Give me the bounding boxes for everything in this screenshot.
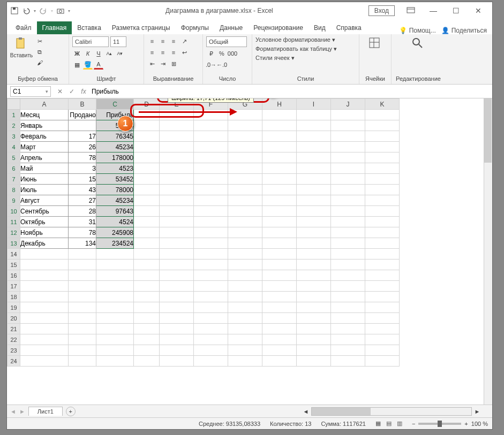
cell-K8[interactable] — [365, 185, 400, 195]
format-as-table-button[interactable]: Форматировать как таблицу ▾ — [255, 45, 337, 52]
zoom-out[interactable]: − — [412, 421, 415, 427]
cell-C5[interactable]: 178000 — [96, 152, 134, 163]
cell-D9[interactable] — [134, 195, 160, 206]
add-sheet-button[interactable]: + — [66, 407, 76, 416]
cell-B1[interactable]: Продано — [69, 110, 96, 120]
wrap-text-icon[interactable]: ↩ — [179, 48, 189, 57]
confirm-icon[interactable]: ✓ — [66, 86, 78, 97]
cell-J2[interactable] — [331, 120, 365, 131]
cell-K9[interactable] — [365, 195, 400, 206]
col-header-K[interactable]: K — [365, 99, 400, 110]
cell-G7[interactable] — [228, 174, 262, 185]
italic-button[interactable]: К — [83, 49, 93, 58]
cell-K6[interactable] — [365, 163, 400, 174]
cell-B9[interactable]: 27 — [69, 195, 96, 206]
cell-B3[interactable]: 17 — [69, 131, 96, 142]
cell-C7[interactable]: 53452 — [96, 174, 134, 185]
orientation-icon[interactable]: ↗ — [179, 36, 189, 46]
cell-E9[interactable] — [160, 195, 194, 206]
cell-C22[interactable] — [96, 334, 134, 345]
cell-H11[interactable] — [262, 217, 297, 227]
cell-J8[interactable] — [331, 185, 365, 195]
cell-I24[interactable] — [297, 356, 331, 367]
cell-A14[interactable] — [20, 249, 69, 260]
select-all-corner[interactable] — [7, 99, 20, 110]
cell-K17[interactable] — [365, 281, 400, 292]
cell-J4[interactable] — [331, 142, 365, 152]
row-header-6[interactable]: 6 — [7, 163, 20, 174]
row-header-2[interactable]: 2 — [7, 120, 20, 131]
cell-J20[interactable] — [331, 313, 365, 324]
cell-A5[interactable]: Апрель — [20, 152, 69, 163]
row-header-13[interactable]: 13 — [7, 238, 20, 249]
cell-H6[interactable] — [262, 163, 297, 174]
cell-E6[interactable] — [160, 163, 194, 174]
cell-G14[interactable] — [228, 249, 262, 260]
cell-K13[interactable] — [365, 238, 400, 249]
horizontal-scrollbar[interactable] — [311, 407, 472, 416]
cell-G17[interactable] — [228, 281, 262, 292]
cell-E12[interactable] — [160, 227, 194, 238]
cell-K5[interactable] — [365, 152, 400, 163]
cell-D17[interactable] — [134, 281, 160, 292]
cell-C13[interactable]: 234524 — [96, 238, 134, 249]
font-color-button[interactable]: A — [94, 60, 103, 70]
cell-F16[interactable] — [194, 270, 228, 281]
cell-G22[interactable] — [228, 334, 262, 345]
maximize-button[interactable]: ☐ — [445, 3, 467, 18]
cell-F15[interactable] — [194, 260, 228, 270]
cell-E4[interactable] — [160, 142, 194, 152]
view-pagebreak-icon[interactable]: ▥ — [397, 420, 402, 427]
cell-K16[interactable] — [365, 270, 400, 281]
cell-K3[interactable] — [365, 131, 400, 142]
cell-G16[interactable] — [228, 270, 262, 281]
ribbon-mode-icon[interactable] — [400, 3, 422, 18]
cell-D21[interactable] — [134, 324, 160, 334]
cell-K14[interactable] — [365, 249, 400, 260]
editing-button[interactable] — [407, 36, 430, 51]
cell-H17[interactable] — [262, 281, 297, 292]
cell-D14[interactable] — [134, 249, 160, 260]
row-header-10[interactable]: 10 — [7, 206, 20, 217]
cell-F24[interactable] — [194, 356, 228, 367]
cell-H8[interactable] — [262, 185, 297, 195]
fill-color-button[interactable]: 🪣 — [83, 60, 93, 70]
login-button[interactable]: Вход — [368, 5, 395, 16]
row-header-5[interactable]: 5 — [7, 152, 20, 163]
cell-B6[interactable]: 3 — [69, 163, 96, 174]
cell-B16[interactable] — [69, 270, 96, 281]
cell-B14[interactable] — [69, 249, 96, 260]
bold-button[interactable]: Ж — [72, 49, 82, 58]
view-normal-icon[interactable]: ▦ — [375, 420, 381, 427]
cell-K19[interactable] — [365, 302, 400, 313]
vertical-scrollbar[interactable] — [484, 98, 492, 405]
cell-G18[interactable] — [228, 292, 262, 302]
copy-icon[interactable]: ⧉ — [35, 47, 44, 57]
row-header-15[interactable]: 15 — [7, 260, 20, 270]
cell-C14[interactable] — [96, 249, 134, 260]
cell-F13[interactable] — [194, 238, 228, 249]
align-bottom-icon[interactable]: ≡ — [169, 36, 178, 46]
cell-D3[interactable] — [134, 131, 160, 142]
cell-K24[interactable] — [365, 356, 400, 367]
cell-A20[interactable] — [20, 313, 69, 324]
zoom-slider[interactable] — [418, 423, 461, 425]
cell-A8[interactable]: Июль — [20, 185, 69, 195]
col-header-J[interactable]: J — [331, 99, 365, 110]
spreadsheet-grid[interactable]: ABCDEFGHIJK1МесяцПроданоПрибыль2Январь54… — [7, 98, 492, 405]
minimize-button[interactable]: — — [423, 3, 444, 18]
cell-D18[interactable] — [134, 292, 160, 302]
inc-decimal-icon[interactable]: .0→ — [206, 60, 216, 70]
cell-B22[interactable] — [69, 334, 96, 345]
cell-G9[interactable] — [228, 195, 262, 206]
cell-A11[interactable]: Октябрь — [20, 217, 69, 227]
row-header-23[interactable]: 23 — [7, 345, 20, 356]
tab-view[interactable]: Вид — [309, 21, 331, 34]
tab-data[interactable]: Данные — [214, 21, 248, 34]
tab-formulas[interactable]: Формулы — [176, 21, 214, 34]
row-header-19[interactable]: 19 — [7, 302, 20, 313]
cell-D4[interactable] — [134, 142, 160, 152]
cancel-icon[interactable]: ✕ — [54, 86, 66, 97]
cell-I10[interactable] — [297, 206, 331, 217]
row-header-14[interactable]: 14 — [7, 249, 20, 260]
